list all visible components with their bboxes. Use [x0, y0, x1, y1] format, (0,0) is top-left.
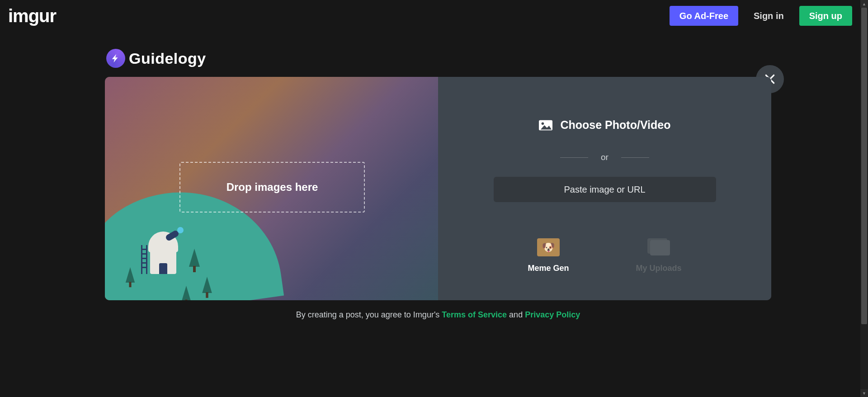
guidelogy-badge[interactable]: Guidelogy: [106, 49, 206, 68]
privacy-policy-link[interactable]: Privacy Policy: [525, 310, 580, 319]
imgur-logo[interactable]: imgur: [8, 6, 56, 26]
my-uploads-button[interactable]: My Uploads: [636, 238, 682, 273]
separator-line: [560, 157, 588, 158]
window-scrollbar[interactable]: ▲ ▼: [860, 0, 868, 397]
tree-icon: [126, 267, 135, 283]
drop-zone-label: Drop images here: [226, 181, 318, 194]
observatory-illustration: [141, 229, 182, 274]
choose-photo-video-button[interactable]: Choose Photo/Video: [539, 118, 671, 132]
upload-modal: Drop images here Choose Photo/Video or 🐶…: [105, 77, 771, 300]
go-ad-free-button[interactable]: Go Ad-Free: [670, 6, 738, 26]
scroll-up-arrow-icon[interactable]: ▲: [860, 0, 868, 8]
meme-gen-button[interactable]: 🐶 Meme Gen: [528, 238, 569, 273]
separator-line: [621, 157, 649, 158]
my-uploads-label: My Uploads: [636, 264, 682, 273]
guidelogy-label: Guidelogy: [129, 50, 206, 67]
legal-text: By creating a post, you agree to Imgur's…: [105, 310, 771, 320]
image-icon: [539, 120, 552, 131]
guidelogy-bolt-icon: [106, 49, 125, 68]
drop-zone[interactable]: Drop images here: [179, 162, 365, 213]
uploads-stack-icon: [647, 238, 670, 256]
paste-url-input[interactable]: [494, 177, 716, 202]
scrollbar-thumb[interactable]: [861, 8, 867, 324]
or-separator: or: [560, 152, 649, 162]
secondary-options: 🐶 Meme Gen My Uploads: [528, 238, 681, 273]
drop-panel[interactable]: Drop images here: [105, 77, 438, 300]
tree-icon: [202, 277, 212, 293]
meme-gen-label: Meme Gen: [528, 264, 569, 273]
svg-point-1: [541, 122, 544, 125]
upload-options-panel: Choose Photo/Video or 🐶 Meme Gen My Uplo…: [438, 77, 771, 300]
terms-of-service-link[interactable]: Terms of Service: [442, 310, 507, 319]
legal-and: and: [509, 310, 523, 319]
tree-icon: [189, 249, 200, 267]
legal-prefix: By creating a post, you agree to Imgur's: [296, 310, 440, 319]
meme-dog-icon: 🐶: [537, 238, 560, 256]
sign-up-button[interactable]: Sign up: [799, 6, 852, 26]
choose-label: Choose Photo/Video: [561, 118, 671, 132]
top-nav: imgur Go Ad-Free Sign in Sign up: [0, 0, 860, 32]
tree-icon: [182, 286, 190, 300]
scroll-down-arrow-icon[interactable]: ▼: [860, 389, 868, 397]
sign-in-button[interactable]: Sign in: [744, 6, 794, 26]
or-label: or: [601, 152, 609, 162]
